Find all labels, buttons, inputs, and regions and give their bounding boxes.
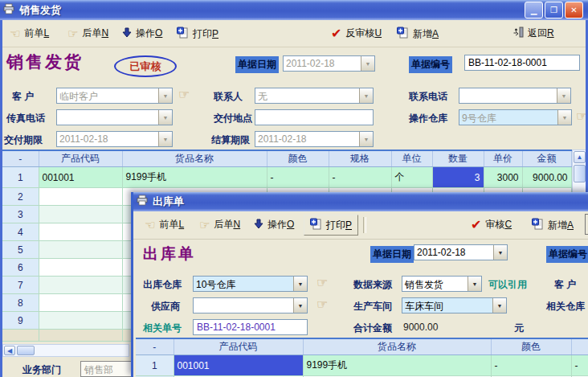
chevron-down-icon[interactable]: ▼ — [359, 132, 373, 146]
customer-combo[interactable]: 临时客户▼ — [56, 88, 173, 104]
chevron-down-icon[interactable]: ▼ — [468, 277, 481, 291]
chevron-down-icon[interactable]: ▼ — [359, 88, 373, 103]
empty-cell[interactable] — [39, 206, 122, 223]
audited-stamp: 已审核 — [114, 55, 177, 77]
empty-cell[interactable] — [39, 188, 122, 206]
quote-hand-icon[interactable]: ☞ — [316, 298, 328, 311]
chevron-down-icon[interactable]: ▼ — [293, 277, 307, 291]
chevron-down-icon[interactable]: ▼ — [493, 245, 507, 260]
row-number-cell[interactable]: 1 — [136, 355, 174, 376]
quote-hand-icon[interactable]: ☞ — [316, 277, 328, 289]
return-button[interactable]: 返回R — [512, 27, 554, 40]
chevron-down-icon[interactable]: ▼ — [557, 88, 570, 103]
red-check-icon: ✔ — [331, 27, 341, 40]
grid-header-row: - 产品代码 货品名称 颜色 规格 单位 数量 单价 金额 — [2, 151, 571, 167]
unit-cell[interactable]: 个 — [391, 167, 432, 188]
doc-date-combo[interactable]: 2011-02-18 ▼ — [283, 55, 375, 72]
empty-cell[interactable] — [39, 294, 122, 312]
chevron-down-icon[interactable]: ▼ — [557, 110, 571, 125]
contact-phone-combo[interactable]: ▼ — [459, 88, 571, 104]
next-doc-button[interactable]: ☞ 后单N — [67, 27, 108, 40]
down-arrow-icon — [254, 219, 263, 232]
data-source-combo[interactable]: 销售发货▼ — [402, 276, 482, 292]
row-number-cell[interactable]: 3 — [2, 206, 39, 223]
col-index: - — [136, 339, 174, 355]
color-cell[interactable]: - — [491, 355, 571, 376]
op-warehouse-label: 操作仓库 — [409, 112, 447, 125]
settle-deadline-combo[interactable]: 2011-02-18▼ — [255, 131, 374, 147]
chevron-down-icon[interactable]: ▼ — [158, 132, 172, 146]
unaudit-button[interactable]: ✔ 反审核U — [331, 27, 382, 40]
chevron-down-icon[interactable]: ▼ — [293, 298, 307, 313]
contact-combo[interactable]: 无▼ — [255, 88, 374, 104]
fax-combo[interactable]: ▼ — [56, 109, 173, 125]
row-number-cell[interactable]: 1 — [2, 167, 39, 188]
outbound-dialog: 出库单 ☜ 前单L ☞ 后单N 操作O 打印P ✔ 审核C — [131, 192, 588, 377]
chevron-down-icon[interactable]: ▼ — [361, 56, 374, 71]
code-cell-selected[interactable]: 001001 — [174, 355, 303, 376]
doc-date-combo[interactable]: 2011-02-18▼ — [414, 244, 508, 260]
row-number-cell[interactable]: 8 — [2, 294, 39, 312]
code-cell[interactable]: 001001 — [39, 167, 122, 188]
amount-cell[interactable]: 9000.00 — [522, 167, 571, 188]
chevron-down-icon[interactable]: ▼ — [492, 298, 506, 313]
prev-doc-button[interactable]: ☜ 前单L — [10, 27, 49, 40]
workshop-combo[interactable]: 车床车间▼ — [402, 297, 507, 313]
row-number-cell[interactable]: 6 — [2, 259, 39, 277]
qty-cell-selected[interactable]: 3 — [432, 167, 484, 188]
chevron-down-icon[interactable]: ▼ — [158, 110, 172, 125]
data-source-label: 数据来源 — [353, 278, 392, 292]
empty-cell[interactable] — [39, 259, 122, 277]
col-unit: 单位 — [391, 151, 432, 167]
print-button[interactable]: 打印P — [304, 215, 358, 236]
horizontal-scrollbar[interactable]: ◀ — [2, 344, 129, 357]
print-button[interactable]: 打印P — [177, 27, 218, 41]
delivery-place-input[interactable] — [255, 109, 374, 125]
name-cell[interactable]: 9199手机 — [303, 355, 491, 376]
row-number-cell[interactable]: 5 — [2, 241, 39, 259]
new-doc-button[interactable]: 新增A — [397, 27, 439, 41]
empty-cell[interactable] — [39, 312, 122, 330]
minimize-button[interactable]: ▁ — [525, 2, 543, 18]
row-number-cell[interactable]: 7 — [2, 277, 39, 294]
operate-button[interactable]: 操作O — [254, 218, 294, 232]
empty-cell[interactable] — [39, 277, 122, 294]
row-number-cell[interactable]: 9 — [2, 312, 39, 330]
price-cell[interactable]: 3000 — [484, 167, 522, 188]
related-no-input[interactable]: BB-11-02-18-0001 — [193, 319, 308, 335]
delivery-deadline-label: 交付期限 — [4, 133, 43, 147]
cut-off-button[interactable] — [585, 214, 588, 235]
screen: 销售发货 ▁ ❐ ✕ ☜ 前单L ☞ 后单N 操作O 打印P ✔ 反审核U — [0, 0, 588, 377]
delivery-deadline-combo[interactable]: 2011-02-18▼ — [56, 131, 173, 147]
color-cell[interactable]: - — [267, 167, 329, 188]
quote-hand-icon[interactable]: ☞ — [178, 88, 190, 101]
empty-cell[interactable] — [39, 241, 122, 259]
col-index: - — [2, 151, 39, 167]
hand-left-icon: ☜ — [10, 27, 20, 39]
row-number-cell[interactable]: 2 — [2, 188, 39, 206]
scroll-thumb[interactable] — [17, 346, 35, 355]
row-number-cell[interactable]: 4 — [2, 223, 39, 241]
name-cell[interactable]: 9199手机 — [122, 167, 267, 188]
op-warehouse-combo[interactable]: 9号仓库▼ — [459, 109, 572, 125]
prev-doc-button[interactable]: ☜ 前单L — [145, 218, 184, 232]
scroll-thumb[interactable] — [574, 165, 586, 182]
next-doc-button[interactable]: ☞ 后单N — [199, 218, 240, 232]
spec-cell[interactable]: - — [571, 355, 588, 376]
doc-no-input[interactable]: BB-11-02-18-0001 — [464, 55, 580, 71]
scroll-up-button[interactable]: ▲ — [574, 151, 586, 163]
new-doc-button[interactable]: 新增A — [532, 218, 574, 232]
empty-cell[interactable] — [39, 223, 122, 241]
scroll-left-button[interactable]: ◀ — [4, 346, 15, 355]
chevron-down-icon[interactable]: ▼ — [158, 88, 172, 103]
main-toolbar: ☜ 前单L ☞ 后单N 操作O 打印P ✔ 反审核U 新增A 返回R — [0, 20, 588, 47]
close-button[interactable]: ✕ — [565, 2, 583, 18]
audit-button[interactable]: ✔ 审核C — [471, 218, 512, 232]
maximize-button[interactable]: ❐ — [545, 2, 563, 18]
doc-no-label: 单据编号 — [546, 246, 588, 263]
empty-cell — [39, 330, 122, 342]
out-warehouse-combo[interactable]: 10号仓库▼ — [193, 276, 308, 292]
spec-cell[interactable]: - — [329, 167, 391, 188]
supplier-combo[interactable]: ▼ — [193, 297, 308, 313]
operate-button[interactable]: 操作O — [122, 27, 162, 40]
